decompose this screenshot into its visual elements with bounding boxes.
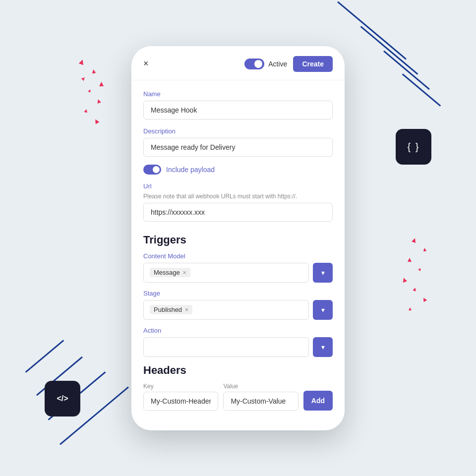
deco-line-1 [337, 1, 407, 60]
pink-dot-6 [96, 99, 101, 104]
stage-row: Published × ▾ [143, 300, 333, 320]
deco-line-5 [60, 387, 129, 445]
deco-line-6 [48, 371, 106, 420]
code-icon: </> [57, 394, 68, 403]
header-bar: × Active Create [131, 46, 345, 80]
action-label: Action [143, 327, 333, 334]
content-model-input[interactable]: Message × [143, 263, 309, 283]
content-model-label: Content Model [143, 252, 333, 260]
form-content: Name Description Include payload Url Ple… [131, 80, 345, 420]
payload-label: Include payload [166, 166, 215, 174]
pink-dot-r4 [418, 267, 422, 271]
close-button[interactable]: × [143, 59, 149, 69]
stage-tag-remove[interactable]: × [185, 306, 188, 313]
pink-dot-r2 [422, 247, 426, 251]
content-model-dropdown[interactable]: ▾ [313, 263, 333, 283]
action-dropdown[interactable]: ▾ [313, 337, 333, 357]
deco-line-8 [25, 340, 64, 373]
content-model-tag: Message × [150, 268, 190, 277]
deco-line-4 [402, 73, 441, 107]
active-label: Active [268, 60, 287, 68]
name-label: Name [143, 90, 333, 98]
headers-row: Key Value Add [143, 383, 333, 411]
payload-toggle[interactable] [143, 165, 161, 175]
pink-dot-3 [81, 76, 86, 81]
key-column: Key [143, 383, 218, 411]
pink-dot-r5 [402, 277, 408, 283]
name-input[interactable] [143, 101, 333, 119]
pink-dot-8 [93, 118, 99, 124]
payload-row: Include payload [143, 165, 333, 175]
curly-braces-icon: { } [408, 141, 420, 153]
stage-input[interactable]: Published × [143, 300, 309, 320]
deco-line-3 [383, 51, 430, 90]
pink-dot-r6 [413, 287, 417, 292]
value-column: Value [223, 383, 298, 411]
action-group: Action ▾ [143, 327, 333, 357]
triggers-title: Triggers [143, 234, 333, 246]
pink-dot-r8 [409, 307, 412, 310]
deco-line-7 [36, 357, 83, 396]
content-model-row: Message × ▾ [143, 263, 333, 283]
code-icon-box: </> [45, 381, 80, 416]
key-input[interactable] [143, 392, 218, 411]
pink-dot-1 [79, 59, 85, 65]
description-field-group: Description [143, 127, 333, 165]
pink-dot-4 [99, 82, 104, 86]
value-input[interactable] [223, 392, 298, 411]
stage-tag-text: Published [154, 306, 182, 313]
url-note: Please note that all webhook URLs must s… [143, 193, 333, 200]
active-toggle[interactable] [244, 59, 264, 69]
pink-dot-7 [84, 109, 88, 113]
headers-title: Headers [143, 364, 333, 377]
content-model-tag-text: Message [154, 269, 180, 276]
stage-group: Stage Published × ▾ [143, 290, 333, 320]
deco-line-2 [360, 26, 418, 75]
pink-dot-r3 [408, 258, 412, 262]
action-row: ▾ [143, 337, 333, 357]
active-toggle-wrap: Active [244, 59, 287, 69]
url-input[interactable] [143, 203, 333, 222]
pink-dot-2 [91, 69, 96, 73]
header-right: Active Create [244, 56, 333, 72]
description-input[interactable] [143, 138, 333, 157]
add-button[interactable]: Add [303, 391, 333, 411]
stage-label: Stage [143, 290, 333, 297]
phone-inner: × Active Create Name Description [131, 46, 345, 430]
description-label: Description [143, 127, 333, 135]
create-button[interactable]: Create [293, 56, 333, 72]
value-label: Value [223, 383, 298, 390]
url-label: Url [143, 182, 333, 190]
stage-dropdown[interactable]: ▾ [313, 300, 333, 320]
pink-dot-r7 [422, 297, 427, 302]
content-model-group: Content Model Message × ▾ [143, 252, 333, 283]
pink-dot-5 [88, 89, 92, 93]
action-input[interactable] [143, 337, 309, 357]
content-model-tag-remove[interactable]: × [183, 269, 186, 276]
url-field-group: Url Please note that all webhook URLs mu… [143, 182, 333, 230]
name-field-group: Name [143, 90, 333, 127]
key-label: Key [143, 383, 218, 390]
curly-braces-icon-box: { } [396, 129, 431, 165]
phone-container: × Active Create Name Description [131, 46, 345, 430]
stage-tag: Published × [150, 305, 192, 314]
pink-dot-r1 [412, 238, 417, 243]
